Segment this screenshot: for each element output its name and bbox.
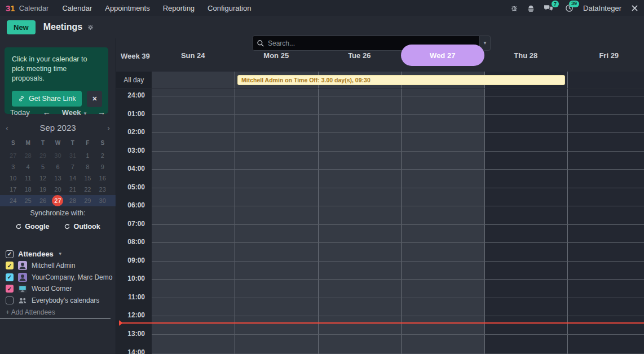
mini-cal-day[interactable]: 21 xyxy=(65,186,80,193)
chevron-down-icon[interactable]: ▼ xyxy=(58,251,63,256)
mini-cal-prev-icon[interactable]: ‹ xyxy=(6,123,14,132)
mini-cal-day[interactable]: 4 xyxy=(20,163,35,170)
mini-cal-day[interactable]: 28 xyxy=(20,152,35,159)
day-column-wed-27[interactable] xyxy=(401,89,484,354)
mini-cal-day[interactable]: 29 xyxy=(80,197,95,204)
day-header-tue-26[interactable]: Tue 26 xyxy=(318,45,402,66)
mini-cal-day[interactable]: 9 xyxy=(95,163,110,170)
attendee-checkbox[interactable]: ✓ xyxy=(6,285,14,293)
allday-event[interactable]: Mitchell Admin on Time Off: 3.00 day(s),… xyxy=(237,75,565,85)
close-tip-button[interactable]: ✕ xyxy=(87,91,102,107)
mini-cal-week-row[interactable]: 272829303112 xyxy=(0,150,116,161)
mini-cal-week-row[interactable]: 24252627282930 xyxy=(0,195,116,206)
calendar-app-icon[interactable]: 31 xyxy=(6,3,15,13)
activity-clock-icon[interactable]: 39 xyxy=(565,4,574,12)
control-panel: New Meetings ▼ xyxy=(0,16,644,38)
mini-cal-day[interactable]: 24 xyxy=(6,197,20,204)
day-header-sun-24[interactable]: Sun 24 xyxy=(152,45,235,66)
mini-cal-day[interactable]: 18 xyxy=(20,186,35,193)
mini-cal-day[interactable]: 25 xyxy=(20,197,35,204)
day-header-wed-27[interactable]: Wed 27 xyxy=(401,45,484,66)
scale-picker[interactable]: Week ▼ xyxy=(62,108,87,117)
tools-icon[interactable] xyxy=(631,5,638,12)
mini-cal-day[interactable]: 17 xyxy=(6,186,20,193)
hour-label-0600: 06:00 xyxy=(116,201,145,209)
mini-cal-day[interactable]: 23 xyxy=(95,186,110,193)
attendee-checkbox[interactable]: ✓ xyxy=(6,262,14,269)
mini-cal-day[interactable]: 10 xyxy=(6,175,20,182)
mini-cal-day[interactable]: 5 xyxy=(36,163,50,170)
mini-cal-day[interactable]: 26 xyxy=(36,197,50,204)
mini-cal-day[interactable]: 29 xyxy=(36,152,50,159)
discuss-chat-icon[interactable]: 7 xyxy=(544,4,553,12)
menu-item-configuration[interactable]: Configuration xyxy=(208,4,251,12)
menu-item-calendar[interactable]: Calendar xyxy=(62,4,92,12)
day-column-fri-29[interactable] xyxy=(567,72,644,88)
top-hat-icon[interactable] xyxy=(527,4,535,12)
day-header-mon-25[interactable]: Mon 25 xyxy=(235,45,318,66)
mini-cal-day[interactable]: 12 xyxy=(36,175,50,182)
day-column-sun-24[interactable] xyxy=(152,89,235,354)
attendee-checkbox[interactable] xyxy=(6,297,14,304)
mini-cal-day[interactable]: 7 xyxy=(65,163,80,170)
attendee-checkbox[interactable]: ✓ xyxy=(6,273,14,281)
top-navbar: 31 Calendar CalendarAppointmentsReportin… xyxy=(0,0,644,16)
prev-week-arrow[interactable]: ← xyxy=(43,108,51,117)
day-header-thu-28[interactable]: Thu 28 xyxy=(484,45,568,66)
day-column-fri-29[interactable] xyxy=(567,89,644,354)
mini-cal-day[interactable]: 20 xyxy=(50,186,65,193)
view-title: Meetings xyxy=(43,22,82,32)
bug-icon[interactable] xyxy=(510,4,518,12)
attendee-row-mitchell-admin[interactable]: ✓Mitchell Admin xyxy=(6,261,75,270)
day-column-mon-25[interactable] xyxy=(235,89,318,354)
sync-outlook-button[interactable]: Outlook xyxy=(64,223,100,231)
menu-item-reporting[interactable]: Reporting xyxy=(163,4,195,12)
mini-cal-day[interactable]: 2 xyxy=(95,152,110,159)
get-share-link-button[interactable]: Get Share Link xyxy=(12,91,82,107)
mini-cal-week-row[interactable]: 3456789 xyxy=(0,161,116,172)
day-header-fri-29[interactable]: Fri 29 xyxy=(567,45,644,66)
day-column-sun-24[interactable] xyxy=(152,72,235,88)
mini-cal-day[interactable]: 13 xyxy=(50,175,65,182)
mini-cal-week-row[interactable]: 10111213141516 xyxy=(0,172,116,184)
user-menu[interactable]: DataInteger xyxy=(583,4,621,12)
menu-item-appointments[interactable]: Appointments xyxy=(105,4,150,12)
mini-cal-dow: T xyxy=(65,140,80,146)
today-button[interactable]: Today xyxy=(10,108,30,117)
mini-cal-day[interactable]: 6 xyxy=(50,163,65,170)
mini-cal-day[interactable]: 16 xyxy=(95,175,110,182)
mini-cal-day[interactable]: 3 xyxy=(6,163,20,170)
mini-cal-day[interactable]: 30 xyxy=(95,197,110,204)
next-week-arrow[interactable]: → xyxy=(98,108,105,117)
mini-cal-day[interactable]: 27 xyxy=(6,152,20,159)
mini-cal-day[interactable]: 11 xyxy=(20,175,35,182)
day-column-tue-26[interactable] xyxy=(318,89,402,354)
new-button[interactable]: New xyxy=(7,20,36,34)
gear-icon[interactable] xyxy=(87,24,94,31)
mini-cal-day[interactable]: 19 xyxy=(36,186,50,193)
mini-cal-day[interactable]: 15 xyxy=(80,175,95,182)
hour-label-1000: 10:00 xyxy=(116,275,145,282)
time-grid[interactable]: 24:0001:0002:0003:0004:0005:0006:0007:00… xyxy=(116,89,644,354)
mini-cal-day[interactable]: 14 xyxy=(65,175,80,182)
week-number-label: Week 39 xyxy=(121,52,150,60)
hour-line xyxy=(152,114,644,115)
attendee-row-everybody-s-calendars[interactable]: Everybody's calendars xyxy=(6,296,99,305)
sync-google-button[interactable]: Google xyxy=(15,223,49,231)
attendees-all-checkbox[interactable]: ✓ xyxy=(6,250,14,258)
mini-cal-day[interactable]: 22 xyxy=(80,186,95,193)
mini-cal-week-row[interactable]: 17181920212223 xyxy=(0,184,116,195)
mini-cal-today[interactable]: 27 xyxy=(50,195,65,206)
hour-line xyxy=(152,298,644,298)
mini-cal-day[interactable]: 8 xyxy=(80,163,95,170)
attendee-row-yourcompany-marc-demo[interactable]: ✓YourCompany, Marc Demo xyxy=(6,273,112,282)
attendee-row-wood-corner[interactable]: ✓Wood Corner xyxy=(6,284,72,293)
day-column-thu-28[interactable] xyxy=(484,89,568,354)
mini-cal-day[interactable]: 1 xyxy=(80,152,95,159)
mini-cal-day[interactable]: 31 xyxy=(65,152,80,159)
add-attendees-link[interactable]: + Add Attendees xyxy=(6,308,55,316)
mini-cal-day[interactable]: 30 xyxy=(50,152,65,159)
mini-cal-next-icon[interactable]: › xyxy=(102,123,110,132)
mini-cal-day[interactable]: 28 xyxy=(65,197,80,204)
app-name[interactable]: Calendar xyxy=(19,4,49,12)
